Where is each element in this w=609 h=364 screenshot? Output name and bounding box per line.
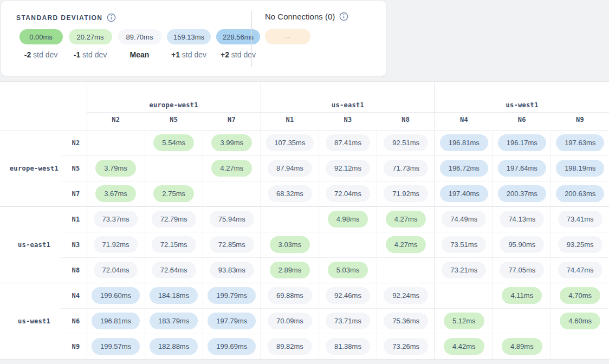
latency-pill[interactable]: 81.38ms [326, 338, 370, 355]
latency-pill[interactable]: 199.69ms [208, 338, 256, 355]
latency-pill[interactable]: 4.70ms [560, 287, 600, 304]
latency-pill[interactable]: 198.19ms [556, 160, 604, 177]
latency-pill[interactable]: 3.79ms [95, 160, 136, 177]
latency-pill[interactable]: 196.17ms [498, 134, 546, 151]
col-node-N2[interactable]: N2 [87, 112, 145, 130]
latency-pill[interactable]: 74.49ms [442, 211, 486, 227]
latency-pill[interactable]: 87.41ms [326, 134, 370, 151]
latency-pill[interactable]: 73.26ms [384, 338, 428, 355]
latency-pill[interactable]: 72.79ms [152, 211, 196, 227]
latency-pill[interactable]: 197.40ms [440, 185, 488, 202]
info-icon[interactable] [107, 13, 116, 22]
latency-pill[interactable]: 183.79ms [150, 313, 198, 329]
col-node-N9[interactable]: N9 [551, 112, 609, 130]
latency-pill[interactable]: 199.79ms [208, 287, 256, 304]
col-node-N8[interactable]: N8 [377, 112, 435, 130]
latency-pill[interactable]: 74.47ms [558, 262, 602, 278]
latency-pill[interactable]: 72.04ms [94, 262, 138, 278]
latency-pill[interactable]: 3.67ms [95, 185, 136, 202]
latency-pill[interactable]: 5.03ms [328, 262, 368, 278]
latency-pill[interactable]: 197.63ms [556, 134, 604, 151]
row-node-N9[interactable]: N9 [61, 334, 87, 359]
latency-pill[interactable]: 72.15ms [152, 236, 196, 253]
col-node-N1[interactable]: N1 [261, 112, 319, 130]
latency-pill[interactable]: 74.13ms [500, 211, 544, 227]
info-icon[interactable] [339, 12, 348, 21]
latency-pill[interactable]: 4.27ms [386, 236, 426, 253]
latency-pill[interactable]: 5.54ms [153, 134, 194, 151]
latency-pill[interactable]: 71.73ms [384, 160, 428, 177]
col-node-N6[interactable]: N6 [493, 112, 551, 130]
latency-pill[interactable]: 4.42ms [444, 338, 484, 355]
latency-pill[interactable]: 70.09ms [268, 313, 312, 329]
latency-pill[interactable]: 4.27ms [211, 160, 252, 177]
latency-pill[interactable]: 95.90ms [500, 236, 544, 253]
latency-pill[interactable]: 71.92ms [94, 236, 138, 253]
latency-pill[interactable]: 197.64ms [498, 160, 546, 177]
col-node-N4[interactable]: N4 [435, 112, 493, 130]
latency-pill[interactable]: 107.35ms [265, 134, 314, 151]
row-node-N8[interactable]: N8 [61, 257, 87, 283]
row-node-N6[interactable]: N6 [61, 308, 87, 334]
latency-pill[interactable]: 182.88ms [150, 338, 198, 355]
latency-cell: 4.11ms [493, 283, 551, 308]
col-node-N5[interactable]: N5 [145, 112, 203, 130]
latency-pill[interactable]: 3.99ms [211, 134, 252, 151]
row-node-N4[interactable]: N4 [61, 283, 87, 308]
latency-pill[interactable]: 184.18ms [150, 287, 198, 304]
latency-pill[interactable]: 75.94ms [210, 211, 254, 227]
latency-pill[interactable]: 196.81ms [440, 134, 488, 151]
latency-pill[interactable]: 72.85ms [210, 236, 254, 253]
latency-pill[interactable]: 3.03ms [270, 236, 310, 253]
latency-cell: 93.25ms [551, 232, 609, 257]
latency-pill[interactable]: 199.57ms [92, 338, 140, 355]
latency-pill[interactable]: 69.88ms [268, 287, 312, 304]
latency-pill[interactable]: 71.92ms [384, 185, 428, 202]
latency-cell: 197.40ms [435, 181, 493, 206]
latency-pill[interactable]: 93.83ms [210, 262, 254, 278]
latency-pill[interactable]: 2.89ms [270, 262, 310, 278]
latency-pill[interactable]: 72.64ms [152, 262, 196, 278]
latency-pill[interactable]: 75.36ms [384, 313, 428, 329]
latency-cell: 75.36ms [377, 308, 435, 334]
latency-pill[interactable]: 2.75ms [153, 185, 194, 202]
latency-pill[interactable]: 72.04ms [326, 185, 370, 202]
row-node-N7[interactable]: N7 [61, 181, 87, 206]
latency-pill[interactable]: 200.37ms [498, 185, 546, 202]
row-node-N2[interactable]: N2 [61, 130, 87, 155]
latency-pill[interactable]: 196.72ms [440, 160, 488, 177]
row-node-N1[interactable]: N1 [61, 206, 87, 232]
latency-pill[interactable]: 5.12ms [444, 313, 484, 329]
latency-pill[interactable]: 73.41ms [558, 211, 602, 227]
latency-pill[interactable]: 4.60ms [560, 313, 600, 329]
latency-pill[interactable]: 4.27ms [386, 211, 426, 227]
latency-pill[interactable]: 89.82ms [268, 338, 312, 355]
latency-pill[interactable]: 73.71ms [326, 313, 370, 329]
latency-pill[interactable]: 93.25ms [558, 236, 602, 253]
latency-pill[interactable]: 4.11ms [502, 287, 542, 304]
row-node-N5[interactable]: N5 [61, 155, 87, 181]
row-node-N3[interactable]: N3 [61, 232, 87, 257]
latency-pill[interactable]: 73.21ms [442, 262, 486, 278]
latency-pill[interactable]: 87.94ms [268, 160, 312, 177]
latency-cell: 197.79ms [203, 308, 261, 334]
latency-pill[interactable]: 68.32ms [268, 185, 312, 202]
latency-pill[interactable]: 92.24ms [384, 287, 428, 304]
latency-cell: 2.75ms [145, 181, 203, 206]
latency-pill[interactable]: 196.81ms [92, 313, 140, 329]
col-node-N7[interactable]: N7 [203, 112, 261, 130]
latency-pill[interactable]: 73.37ms [94, 211, 138, 227]
latency-pill[interactable]: 92.12ms [326, 160, 370, 177]
latency-cell: 3.79ms [87, 155, 145, 181]
latency-pill[interactable]: 4.98ms [328, 211, 368, 227]
matrix-corner [0, 82, 87, 130]
latency-pill[interactable]: 92.46ms [326, 287, 370, 304]
latency-pill[interactable]: 4.89ms [502, 338, 542, 355]
latency-pill[interactable]: 77.05ms [500, 262, 544, 278]
latency-pill[interactable]: 92.51ms [384, 134, 428, 151]
col-node-N3[interactable]: N3 [319, 112, 377, 130]
latency-pill[interactable]: 73.51ms [442, 236, 486, 253]
latency-pill[interactable]: 197.79ms [208, 313, 256, 329]
latency-pill[interactable]: 199.60ms [92, 287, 140, 304]
latency-pill[interactable]: 200.63ms [556, 185, 604, 202]
